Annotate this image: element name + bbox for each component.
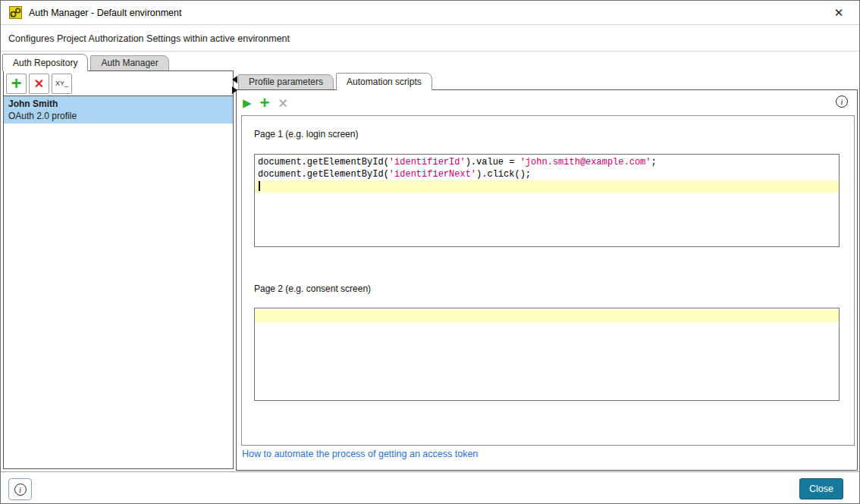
delete-icon: ✕: [34, 77, 44, 91]
tab-auth-repository[interactable]: Auth Repository: [2, 54, 88, 71]
rename-icon: XY_: [55, 80, 68, 87]
info-icon: i: [14, 484, 27, 496]
page2-label: Page 2 (e.g. consent screen): [254, 283, 371, 294]
profile-type: OAuth 2.0 profile: [8, 110, 228, 122]
automation-scripts-panel: ▶ + ✕ i Page 1 (e.g. login screen) docum…: [236, 89, 858, 471]
footer-bar: i Close: [1, 471, 859, 504]
repository-toolbar: + ✕ XY_: [4, 71, 233, 96]
panel-splitter[interactable]: [232, 76, 239, 94]
profile-tab-bar: Profile parameters Automation scripts: [238, 73, 432, 90]
title-bar: Auth Manager - Default environment ✕: [1, 1, 859, 25]
tab-automation-scripts[interactable]: Automation scripts: [336, 73, 432, 90]
info-icon[interactable]: i: [836, 95, 848, 108]
window-title: Auth Manager - Default environment: [29, 8, 182, 18]
tab-auth-manager[interactable]: Auth Manager: [90, 55, 168, 70]
code-line: document.getElementById('identifierNext'…: [255, 168, 839, 180]
run-script-icon[interactable]: ▶: [243, 96, 252, 110]
scripts-toolbar: ▶ + ✕: [241, 93, 288, 113]
code-line: [255, 180, 839, 193]
page1-label: Page 1 (e.g. login screen): [254, 129, 358, 139]
add-profile-button[interactable]: +: [6, 74, 27, 94]
app-logo-icon: [9, 6, 22, 19]
help-link[interactable]: How to automate the process of getting a…: [242, 449, 478, 459]
auth-manager-dialog: Auth Manager - Default environment ✕ Con…: [0, 0, 860, 504]
code-line: [255, 310, 839, 322]
script-pages-group: Page 1 (e.g. login screen) document.getE…: [241, 115, 855, 446]
rename-profile-button[interactable]: XY_: [52, 74, 72, 94]
tab-profile-parameters[interactable]: Profile parameters: [238, 74, 334, 89]
code-line: document.getElementById('identifierId').…: [255, 156, 839, 168]
dialog-description: Configures Project Authorization Setting…: [1, 26, 859, 52]
splitter-collapse-left-icon[interactable]: [232, 76, 237, 83]
plus-icon: +: [11, 76, 21, 91]
window-close-icon[interactable]: ✕: [829, 4, 849, 22]
remove-script-icon[interactable]: ✕: [278, 96, 287, 111]
profile-list-item[interactable]: John Smith OAuth 2.0 profile: [4, 96, 233, 124]
profile-name: John Smith: [8, 98, 228, 110]
profile-list: John Smith OAuth 2.0 profile: [4, 96, 233, 124]
footer-info-button[interactable]: i: [8, 478, 32, 500]
page1-editor[interactable]: document.getElementById('identifierId').…: [254, 154, 840, 247]
main-tab-bar: Auth Repository Auth Manager: [2, 54, 169, 71]
delete-profile-button[interactable]: ✕: [29, 74, 49, 94]
auth-repository-panel: + ✕ XY_ John Smith OAuth 2.0 profile: [3, 70, 234, 469]
page2-editor[interactable]: [254, 308, 840, 401]
text-caret: [259, 181, 260, 191]
close-button[interactable]: Close: [799, 478, 843, 499]
add-script-icon[interactable]: +: [260, 96, 270, 110]
splitter-expand-right-icon[interactable]: [232, 86, 237, 94]
